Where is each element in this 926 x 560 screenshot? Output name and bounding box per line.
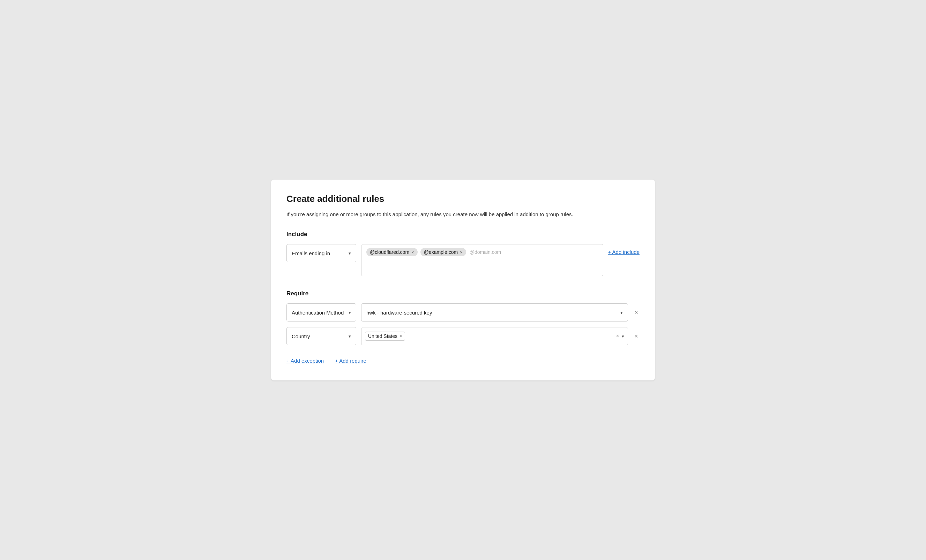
- include-type-value: Emails ending in: [292, 251, 330, 256]
- country-value: Country: [292, 334, 310, 339]
- require-section: Require Authentication Method ▾ hwk - ha…: [286, 290, 640, 345]
- country-tags-input[interactable]: United States × × ▾: [361, 327, 628, 345]
- auth-method-dropdown[interactable]: Authentication Method ▾: [286, 303, 356, 322]
- rules-card: Create additional rules If you're assign…: [271, 180, 655, 381]
- include-tags-input[interactable]: @cloudflared.com × @example.com × @domai…: [361, 244, 603, 276]
- auth-method-value: Authentication Method: [292, 309, 343, 315]
- tag-example-close[interactable]: ×: [460, 250, 463, 255]
- country-controls: × ▾: [616, 333, 624, 339]
- include-type-chevron-icon: ▾: [348, 251, 351, 256]
- auth-method-value-dropdown[interactable]: hwk - hardware-secured key ▾: [361, 303, 628, 322]
- tag-cloudflared-value: @cloudflared.com: [370, 249, 409, 255]
- auth-value-chevron-icon: ▾: [620, 310, 623, 315]
- tag-cloudflared-close[interactable]: ×: [412, 250, 414, 255]
- auth-row-close-icon[interactable]: ×: [633, 308, 640, 317]
- country-row-close-icon[interactable]: ×: [633, 332, 640, 341]
- tag-cloudflared: @cloudflared.com ×: [366, 248, 418, 256]
- add-require-link[interactable]: + Add require: [335, 358, 366, 364]
- tag-example: @example.com ×: [421, 248, 466, 256]
- tags-placeholder: @domain.com: [469, 248, 502, 256]
- country-tag-us-close[interactable]: ×: [399, 334, 402, 338]
- country-clear-icon[interactable]: ×: [616, 333, 619, 339]
- include-section: Include Emails ending in ▾ @cloudflared.…: [286, 231, 640, 276]
- country-tag-us: United States ×: [365, 332, 405, 341]
- page-title: Create additional rules: [286, 193, 640, 204]
- require-label: Require: [286, 290, 640, 297]
- include-row: Emails ending in ▾ @cloudflared.com × @e…: [286, 244, 640, 276]
- country-dropdown[interactable]: Country ▾: [286, 327, 356, 345]
- bottom-links: + Add exception + Add require: [286, 358, 640, 364]
- auth-method-selected-value: hwk - hardware-secured key: [366, 309, 432, 315]
- country-tag-us-value: United States: [368, 334, 397, 339]
- country-dropdown-chevron-icon[interactable]: ▾: [622, 334, 624, 339]
- tag-example-value: @example.com: [424, 249, 458, 255]
- add-exception-link[interactable]: + Add exception: [286, 358, 324, 364]
- include-type-dropdown[interactable]: Emails ending in ▾: [286, 244, 356, 262]
- add-include-link[interactable]: + Add include: [608, 244, 640, 255]
- include-label: Include: [286, 231, 640, 238]
- country-chevron-icon: ▾: [348, 334, 351, 339]
- require-row-auth: Authentication Method ▾ hwk - hardware-s…: [286, 303, 640, 322]
- require-row-country: Country ▾ United States × × ▾ ×: [286, 327, 640, 345]
- page-description: If you're assigning one or more groups t…: [286, 211, 607, 219]
- auth-method-chevron-icon: ▾: [348, 310, 351, 315]
